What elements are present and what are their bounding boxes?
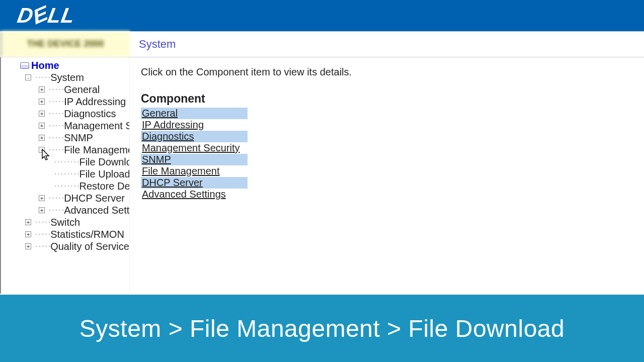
tree-item-management-security[interactable]: + ····· Management Se bbox=[1, 120, 129, 132]
expand-icon[interactable]: + bbox=[25, 219, 31, 225]
tree-label: File Upload bbox=[79, 168, 130, 180]
tree-label: IP Addressing bbox=[64, 96, 126, 108]
tree-item-statistics-rmon[interactable]: + ····· Statistics/RMON bbox=[1, 228, 129, 240]
expand-icon[interactable]: + bbox=[39, 86, 45, 93]
expand-icon[interactable]: + bbox=[39, 99, 45, 105]
component-link-management-security[interactable]: Management Security bbox=[142, 142, 240, 153]
component-header: Component bbox=[141, 92, 633, 106]
expand-icon[interactable]: + bbox=[39, 195, 45, 201]
tree-item-file-upload[interactable]: ········ File Upload bbox=[1, 168, 129, 180]
tree-item-file-management[interactable]: - ····· File Managemer bbox=[1, 144, 129, 156]
tree-system[interactable]: - ····· System bbox=[1, 71, 129, 83]
tree-item-ipaddressing[interactable]: + ····· IP Addressing bbox=[1, 96, 129, 108]
tree-item-switch[interactable]: + ····· Switch bbox=[1, 216, 129, 228]
folder-icon bbox=[20, 62, 29, 69]
top-bar: THE DEVICE 2000 System bbox=[0, 31, 644, 57]
expand-icon[interactable]: + bbox=[39, 123, 45, 129]
tree-home[interactable]: Home bbox=[1, 59, 129, 71]
tree-label: Restore Defa bbox=[79, 180, 130, 192]
tree-label: File Managemer bbox=[64, 144, 130, 156]
tree-item-general[interactable]: + ····· General bbox=[1, 83, 129, 96]
collapse-icon[interactable]: - bbox=[39, 147, 45, 153]
component-link-advanced-settings[interactable]: Advanced Settings bbox=[142, 189, 226, 200]
nav-tree: Home - ····· System + ····· General + ··… bbox=[0, 57, 130, 294]
expand-icon[interactable]: + bbox=[39, 111, 45, 117]
tree-item-diagnostics[interactable]: + ····· Diagnostics bbox=[1, 108, 129, 120]
dell-logo: DELL bbox=[16, 4, 77, 28]
expand-icon[interactable]: + bbox=[39, 135, 45, 141]
tree-label: Management Se bbox=[64, 120, 130, 132]
tree-item-dhcp-server[interactable]: + ····· DHCP Server bbox=[1, 192, 129, 204]
component-link-snmp[interactable]: SNMP bbox=[142, 154, 171, 165]
tree-label: Quality of Service bbox=[50, 241, 129, 252]
expand-icon[interactable]: + bbox=[25, 231, 31, 237]
page-title: System bbox=[130, 31, 644, 57]
device-label: THE DEVICE 2000 bbox=[0, 31, 130, 57]
component-link-diagnostics[interactable]: Diagnostics bbox=[142, 131, 194, 142]
tree-label: SNMP bbox=[64, 132, 93, 144]
instruction-text: Click on the Component item to view its … bbox=[141, 66, 633, 78]
tree-label: System bbox=[50, 72, 84, 83]
caption-text: System > File Management > File Download bbox=[79, 315, 565, 342]
collapse-icon[interactable]: - bbox=[25, 74, 31, 80]
main-content: Click on the Component item to view its … bbox=[130, 57, 644, 294]
caption-banner: System > File Management > File Download bbox=[0, 295, 644, 362]
tree-label: DHCP Server bbox=[64, 193, 125, 204]
tree-label: Home bbox=[31, 60, 59, 71]
tree-item-snmp[interactable]: + ····· SNMP bbox=[1, 132, 129, 144]
tree-label: Diagnostics bbox=[64, 108, 116, 120]
tree-label: File Downloa bbox=[79, 156, 130, 168]
tree-label: Switch bbox=[50, 217, 80, 228]
tree-item-quality-of-service[interactable]: + ····· Quality of Service bbox=[1, 240, 129, 252]
tree-label: Statistics/RMON bbox=[50, 229, 124, 240]
component-link-ip-addressing[interactable]: IP Addressing bbox=[142, 119, 204, 130]
tree-item-file-download[interactable]: ········ File Downloa bbox=[1, 156, 129, 168]
component-link-dhcp-server[interactable]: DHCP Server bbox=[142, 177, 203, 188]
tree-item-advanced-settings[interactable]: + ····· Advanced Settin bbox=[1, 204, 129, 216]
component-link-general[interactable]: General bbox=[142, 108, 178, 119]
component-link-file-management[interactable]: File Management bbox=[142, 165, 220, 176]
tree-label: Advanced Settin bbox=[64, 205, 130, 216]
tree-item-restore-defaults[interactable]: ········ Restore Defa bbox=[1, 180, 129, 192]
tree-label: General bbox=[64, 84, 100, 96]
expand-icon[interactable]: + bbox=[39, 207, 45, 213]
app-header: DELL bbox=[0, 0, 644, 31]
expand-icon[interactable]: + bbox=[25, 243, 31, 249]
